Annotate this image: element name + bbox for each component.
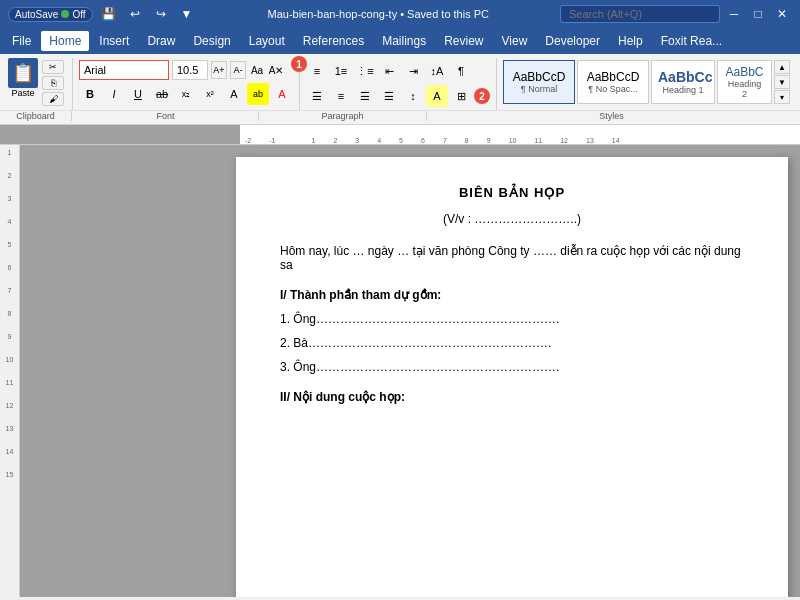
borders-button[interactable]: ⊞ [450, 85, 472, 107]
document-main-title: BIÊN BẢN HỌP [280, 185, 744, 200]
ruler-marks: -2 -1 1 2 3 4 5 6 7 8 9 10 11 12 13 14 [240, 125, 800, 144]
font-grow-button[interactable]: A+ [211, 61, 227, 79]
style-normal-card[interactable]: AaBbCcD ¶ Normal [503, 60, 575, 104]
align-center-button[interactable]: ≡ [330, 85, 352, 107]
style-heading2-card[interactable]: AaBbC Heading 2 [717, 60, 772, 104]
menu-draw[interactable]: Draw [139, 31, 183, 51]
section1-item3: 3. Ông……………………………………………………. [280, 360, 744, 374]
increase-indent-button[interactable]: ⇥ [402, 60, 424, 82]
toggle-dot [61, 10, 69, 18]
clipboard-label: Clipboard [4, 111, 72, 121]
shading-button[interactable]: A [426, 85, 448, 107]
autosave-label: AutoSave [15, 9, 58, 20]
styles-scroll-down[interactable]: ▼ [774, 75, 790, 89]
ruler-mark-1: 1 [311, 137, 315, 144]
document-area: 1 2 3 4 5 6 7 8 9 10 11 12 13 14 15 BIÊN… [0, 145, 800, 597]
subscript-button[interactable]: x₂ [175, 83, 197, 105]
vruler-1: 1 [8, 149, 12, 156]
vruler-15: 15 [6, 471, 14, 478]
section1-title: I/ Thành phần tham dự gồm: [280, 288, 744, 302]
menu-developer[interactable]: Developer [537, 31, 608, 51]
ruler-mark-12: 12 [560, 137, 568, 144]
search-input[interactable] [560, 5, 720, 23]
cut-button[interactable]: ✂ [42, 60, 64, 74]
vruler-3: 3 [8, 195, 12, 202]
font-color-button[interactable]: A [271, 83, 293, 105]
multilevel-button[interactable]: ⋮≡ [354, 60, 376, 82]
menu-references[interactable]: References [295, 31, 372, 51]
customize-icon[interactable]: ▼ [177, 4, 197, 24]
menu-help[interactable]: Help [610, 31, 651, 51]
styles-more[interactable]: ▾ [774, 90, 790, 104]
style-heading1-label: Heading 1 [658, 85, 708, 95]
sidebar-gray [20, 145, 228, 597]
bold-button[interactable]: B [79, 83, 101, 105]
styles-label: Styles [427, 111, 796, 121]
close-icon[interactable]: ✕ [772, 4, 792, 24]
clipboard-group: 📋 Paste ✂ ⎘ 🖌 [4, 58, 73, 110]
ruler-mark-2: 2 [333, 137, 337, 144]
font-size-input[interactable] [172, 60, 208, 80]
document-page[interactable]: BIÊN BẢN HỌP (V/v : ……………………..) Hôm nay,… [236, 157, 788, 597]
document-title: Mau-bien-ban-hop-cong-ty • Saved to this… [197, 8, 560, 20]
sort-button[interactable]: ↕A [426, 60, 448, 82]
decrease-indent-button[interactable]: ⇤ [378, 60, 400, 82]
change-case-button[interactable]: Aa [249, 61, 265, 79]
line-spacing-button[interactable]: ↕ [402, 85, 424, 107]
font-color-A-button[interactable]: A [223, 83, 245, 105]
strikethrough-button[interactable]: ab [151, 83, 173, 105]
italic-button[interactable]: I [103, 83, 125, 105]
superscript-button[interactable]: x² [199, 83, 221, 105]
ruler-sidebar-section [0, 125, 240, 144]
align-left-button[interactable]: ☰ [306, 85, 328, 107]
clear-format-button[interactable]: A✕ [268, 61, 284, 79]
ruler-mark-7: 7 [443, 137, 447, 144]
redo-icon[interactable]: ↪ [151, 4, 171, 24]
menu-view[interactable]: View [494, 31, 536, 51]
show-marks-button[interactable]: ¶ [450, 60, 472, 82]
undo-icon[interactable]: ↩ [125, 4, 145, 24]
numbering-button[interactable]: 1≡ [330, 60, 352, 82]
document-section2: II/ Nội dung cuộc họp: [280, 390, 744, 404]
menu-review[interactable]: Review [436, 31, 491, 51]
ruler-mark-6: 6 [421, 137, 425, 144]
align-right-button[interactable]: ☰ [354, 85, 376, 107]
menu-design[interactable]: Design [185, 31, 238, 51]
vruler-2: 2 [8, 172, 12, 179]
underline-button[interactable]: U [127, 83, 149, 105]
vertical-ruler: 1 2 3 4 5 6 7 8 9 10 11 12 13 14 15 [0, 145, 20, 597]
style-heading1-card[interactable]: AaBbCc Heading 1 [651, 60, 715, 104]
style-nospace-card[interactable]: AaBbCcD ¶ No Spac... [577, 60, 649, 104]
font-name-input[interactable] [79, 60, 169, 80]
font-shrink-button[interactable]: A- [230, 61, 246, 79]
menu-insert[interactable]: Insert [91, 31, 137, 51]
format-painter-button[interactable]: 🖌 [42, 92, 64, 106]
menu-layout[interactable]: Layout [241, 31, 293, 51]
paragraph-group: ≡ 1≡ ⋮≡ ⇤ ⇥ ↕A ¶ ☰ ≡ ☰ ☰ ↕ A ⊞ 2 [300, 58, 497, 110]
highlight-button[interactable]: ab [247, 83, 269, 105]
styles-group: AaBbCcD ¶ Normal AaBbCcD ¶ No Spac... Aa… [497, 58, 796, 110]
paste-button[interactable]: 📋 Paste [8, 58, 38, 98]
font-label: Font [73, 111, 259, 121]
section1-item2: 2. Bà……………………………………………………. [280, 336, 744, 350]
style-heading2-preview: AaBbC [724, 65, 765, 79]
annotation-badge-1: 1 [291, 56, 307, 72]
menu-mailings[interactable]: Mailings [374, 31, 434, 51]
menu-foxit[interactable]: Foxit Rea... [653, 31, 730, 51]
justify-button[interactable]: ☰ [378, 85, 400, 107]
menu-home[interactable]: Home [41, 31, 89, 51]
paragraph-label: Paragraph [259, 111, 427, 121]
bullets-button[interactable]: ≡ [306, 60, 328, 82]
vruler-9: 9 [8, 333, 12, 340]
save-icon[interactable]: 💾 [99, 4, 119, 24]
ruler-mark-13: 13 [586, 137, 594, 144]
copy-button[interactable]: ⎘ [42, 76, 64, 90]
autosave-toggle[interactable]: AutoSave Off [8, 7, 93, 22]
menu-file[interactable]: File [4, 31, 39, 51]
minimize-icon[interactable]: ─ [724, 4, 744, 24]
styles-scroll-up[interactable]: ▲ [774, 60, 790, 74]
page-area[interactable]: BIÊN BẢN HỌP (V/v : ……………………..) Hôm nay,… [228, 145, 800, 597]
font-name-row: A+ A- Aa A✕ [79, 60, 293, 80]
title-bar-left: AutoSave Off 💾 ↩ ↪ ▼ [8, 4, 197, 24]
maximize-icon[interactable]: □ [748, 4, 768, 24]
